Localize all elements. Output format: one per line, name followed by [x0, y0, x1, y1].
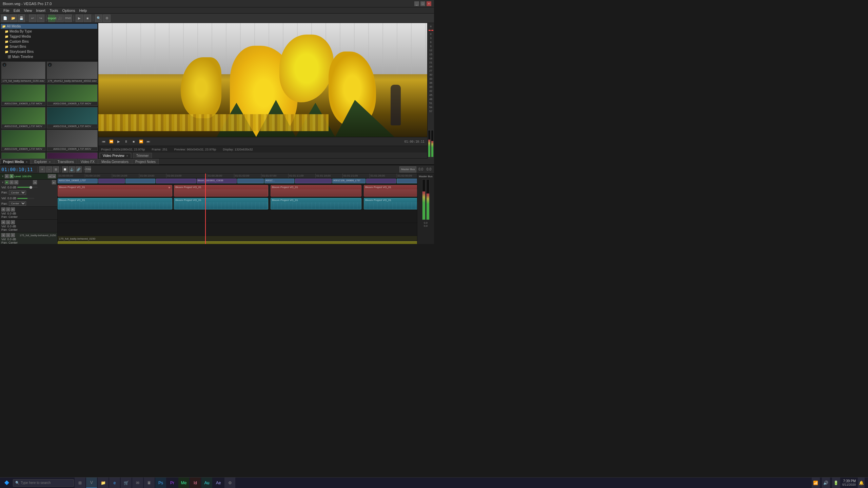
video-properties-btn[interactable]: ⚙ — [48, 174, 52, 178]
play-button[interactable]: ▶ — [76, 15, 83, 22]
media-item-a001c054[interactable]: A001C054_190806_L737.MOV — [1, 152, 45, 159]
prev-frame-btn[interactable]: ⏪ — [108, 139, 114, 144]
go-to-start-btn[interactable]: ⏮ — [101, 139, 106, 144]
pan-select[interactable]: Center — [9, 190, 26, 195]
vid-clip-4[interactable] — [156, 179, 196, 183]
arm4-btn[interactable]: R — [11, 220, 15, 224]
vo-clip-4[interactable]: Bloom Project VO_01 — [364, 185, 417, 197]
mute-music-btn[interactable]: M — [1, 233, 5, 237]
timeline-zoom-out[interactable]: - — [46, 166, 52, 172]
vid-clip-8[interactable] — [295, 179, 332, 183]
vo2-clip-4[interactable]: Bloom Project VO_01 — [364, 198, 417, 209]
settings-button[interactable]: ⚙ — [103, 15, 111, 22]
undo-button[interactable]: ↩ — [29, 15, 36, 22]
media-item-a001c015[interactable]: A001C015_190805_L737.MOV — [1, 107, 45, 128]
vid-clip-1[interactable]: A001C004_190805_L737 — [58, 179, 98, 183]
pause-preview-btn[interactable]: ⏸ — [123, 139, 129, 144]
add-track-btn[interactable]: +TRK — [85, 166, 91, 172]
minimize-button[interactable]: _ — [414, 1, 419, 6]
stop-preview-btn[interactable]: ■ — [131, 139, 136, 144]
menu-help[interactable]: Help — [77, 8, 89, 13]
capture-button[interactable]: 🎥 — [56, 15, 64, 22]
stop-button[interactable]: ■ — [84, 15, 91, 22]
vid-clip-2[interactable] — [98, 179, 125, 183]
menu-insert[interactable]: Insert — [34, 8, 47, 13]
vid-clip-5[interactable]: Bloom_1803801_C0036 — [197, 179, 237, 183]
media-item-a001c004[interactable]: A001C004_190805_L737.MOV — [1, 84, 45, 106]
render-button[interactable]: RND — [64, 15, 72, 22]
tree-item-storyboard-bins[interactable]: 📁 Storyboard Bins — [1, 49, 97, 54]
vid-clip-11[interactable] — [397, 179, 417, 183]
save-button[interactable]: 💾 — [18, 15, 25, 22]
tracks-area[interactable]: 01:00:05;00 01:00:10;00 01:00:14;09 01:0… — [58, 174, 417, 244]
mute3-btn[interactable]: M — [1, 207, 5, 211]
menu-tools[interactable]: Tools — [47, 8, 60, 13]
tab-trimmer[interactable]: Trimmer — [133, 153, 152, 158]
media-item-a001c029[interactable]: A001C029_190805_L737.MOV — [1, 130, 45, 151]
sync-toggle[interactable]: 🔗 — [76, 166, 82, 172]
solo4-btn[interactable]: S — [6, 220, 10, 224]
media-item-a001c058[interactable]: A001C058_190806_L737.MOV — [47, 152, 98, 159]
tab-close-project-media[interactable]: × — [26, 160, 27, 164]
tab-explorer[interactable]: Explorer × — [31, 159, 54, 164]
solo-video-btn[interactable]: S — [9, 174, 14, 178]
media-item-a001c032[interactable]: A001C032_190805_L737.MOV — [47, 130, 98, 151]
media-item-175-full[interactable]: ♪ 175_full_badly-behaved_0150.wav — [1, 62, 45, 83]
maximize-button[interactable]: □ — [420, 1, 425, 6]
arm-audio-btn[interactable]: R — [14, 180, 18, 184]
tab-project-notes[interactable]: Project Notes — [132, 159, 159, 164]
tab-project-media[interactable]: Project Media × — [0, 159, 31, 164]
menu-options[interactable]: Options — [60, 8, 77, 13]
tab-close-explorer[interactable]: × — [49, 160, 51, 164]
arm3-btn[interactable]: R — [11, 207, 15, 211]
timeline-zoom-fit[interactable]: ⊞ — [53, 166, 59, 172]
tree-item-custom-bins[interactable]: 📁 Custom Bins — [1, 39, 97, 44]
menu-file[interactable]: File — [1, 8, 12, 13]
pan-select2[interactable]: Center — [9, 201, 26, 206]
solo-music-btn[interactable]: S — [6, 233, 10, 237]
mute-video-btn[interactable]: M — [5, 174, 9, 178]
vo2-clip-2[interactable]: Bloom Project VO_01 — [174, 198, 268, 209]
go-to-end-btn[interactable]: ⏭ — [146, 139, 151, 144]
vid-clip-10[interactable] — [366, 179, 396, 183]
expand-audio-icon[interactable]: ▼ — [1, 181, 4, 184]
timeline-zoom-in[interactable]: + — [39, 166, 45, 172]
vol-slider2[interactable] — [17, 198, 34, 199]
mute4-btn[interactable]: M — [1, 220, 5, 224]
solo3-btn[interactable]: S — [6, 207, 10, 211]
tree-item-smart-bins[interactable]: 📁 Smart Bins — [1, 44, 97, 49]
ripple-toggle[interactable]: ⚓ — [69, 166, 75, 172]
vol-slider[interactable] — [17, 187, 38, 188]
audio-expand-btn[interactable]: ⊕ — [52, 180, 56, 184]
arm-music-btn[interactable]: R — [11, 233, 15, 237]
solo-audio-btn[interactable]: S — [9, 180, 14, 184]
play-preview-btn[interactable]: ▶ — [116, 139, 121, 144]
vo2-clip-3[interactable]: Bloom Project VO_01 — [271, 198, 361, 209]
vo-clip-1[interactable]: Bloom Project VO_01 ≋ — [58, 185, 172, 197]
media-item-175-short[interactable]: ♪ 175_short12_badly-behaved_d0032.wav — [47, 62, 98, 83]
tab-video-fx[interactable]: Video FX — [78, 159, 98, 164]
mute-audio-btn[interactable]: M — [5, 180, 9, 184]
video-expand-btn[interactable]: ⊕ — [52, 174, 56, 178]
tree-item-tagged-media[interactable]: 📁 Tagged Media — [1, 34, 97, 39]
redo-button[interactable]: ↪ — [37, 15, 44, 22]
import-button[interactable]: Import — [48, 15, 56, 22]
tree-item-all-media[interactable]: 📁 All Media — [1, 24, 97, 29]
master-bus-btn[interactable]: Master Bus — [399, 166, 416, 172]
music-clip-1[interactable] — [58, 241, 417, 244]
vid-clip-9[interactable]: A001C106_190806_L737 — [332, 179, 366, 183]
tab-transitions[interactable]: Transitions — [54, 159, 77, 164]
close-button[interactable]: × — [427, 1, 431, 6]
tree-item-media-by-type[interactable]: 📁 Media By Type — [1, 29, 97, 34]
open-button[interactable]: 📂 — [9, 15, 17, 22]
media-item-a001c018[interactable]: A001C018_190805_L737.MOV — [47, 107, 98, 128]
audio-properties-btn[interactable]: ⚙ — [33, 180, 37, 184]
next-frame-btn[interactable]: ⏩ — [138, 139, 144, 144]
media-item-a001c006[interactable]: A001C006_190805_L737.MOV — [47, 84, 98, 106]
vol-knob[interactable] — [29, 186, 32, 189]
expand-video-icon[interactable]: ▼ — [1, 175, 4, 178]
meter-settings-btn[interactable]: ≡ — [429, 24, 433, 28]
tree-item-main-timeline[interactable]: 🎬 Main Timeline — [1, 54, 97, 59]
vid-clip-3[interactable] — [125, 179, 155, 183]
menu-edit[interactable]: Edit — [12, 8, 22, 13]
